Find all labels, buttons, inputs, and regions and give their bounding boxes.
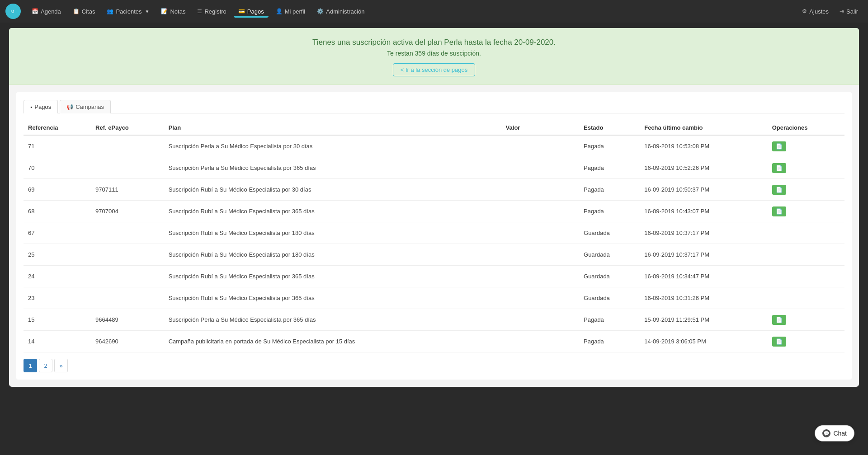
table-row: 15 9664489 Suscripción Perla a Su Médico…	[24, 309, 844, 331]
tabs: ▪ Pagos 📢 Campañas	[24, 99, 844, 113]
mi-perfil-icon: 👤	[276, 8, 283, 14]
cell-estado: Pagada	[579, 309, 640, 331]
download-button[interactable]: 📄	[772, 163, 786, 173]
cell-ref-epayco	[91, 244, 164, 266]
nav-citas[interactable]: 📋 Citas	[68, 5, 100, 18]
cell-fecha-cambio: 14-09-2019 3:06:05 PM	[640, 331, 767, 352]
page-2-button[interactable]: 2	[39, 359, 52, 372]
cell-fecha-cambio: 16-09-2019 10:50:37 PM	[640, 179, 767, 201]
cell-estado: Pagada	[579, 331, 640, 352]
cell-referencia: 69	[24, 179, 91, 201]
navbar: M 📅 Agenda 📋 Citas 👥 Pacientes ▼ 📝 Notas…	[0, 0, 868, 23]
chat-label: Chat	[833, 430, 847, 437]
tab-pagos[interactable]: ▪ Pagos	[24, 100, 58, 113]
cell-valor	[501, 179, 579, 201]
cell-ref-epayco: 9642690	[91, 331, 164, 352]
tab-campanas[interactable]: 📢 Campañas	[60, 100, 111, 113]
cell-fecha-cambio: 16-09-2019 10:37:17 PM	[640, 222, 767, 244]
col-valor: Valor	[501, 121, 579, 135]
go-to-payments-button[interactable]: < Ir a la sección de pagos	[393, 63, 476, 76]
cell-operaciones	[768, 244, 844, 266]
cell-referencia: 67	[24, 222, 91, 244]
cell-estado: Guardada	[579, 244, 640, 266]
nav-notas[interactable]: 📝 Notas	[156, 5, 190, 18]
table-row: 24 Suscripción Rubí a Su Médico Especial…	[24, 266, 844, 287]
download-button[interactable]: 📄	[772, 315, 786, 325]
nav-mi-perfil[interactable]: 👤 Mi perfil	[271, 5, 310, 18]
cell-ref-epayco	[91, 157, 164, 179]
cell-plan: Suscripción Rubí a Su Médico Especialist…	[164, 201, 501, 222]
agenda-icon: 📅	[32, 8, 38, 14]
table-area: ▪ Pagos 📢 Campañas Referencia Ref. ePayc…	[16, 92, 852, 380]
nav-pacientes[interactable]: 👥 Pacientes ▼	[102, 5, 154, 18]
cell-plan: Suscripción Rubí a Su Médico Especialist…	[164, 266, 501, 287]
cell-operaciones: 📄	[768, 179, 844, 201]
cell-plan: Suscripción Perla a Su Médico Especialis…	[164, 135, 501, 157]
cell-estado: Guardada	[579, 266, 640, 287]
table-row: 23 Suscripción Rubí a Su Médico Especial…	[24, 287, 844, 309]
cell-operaciones: 📄	[768, 309, 844, 331]
cell-referencia: 71	[24, 135, 91, 157]
cell-plan: Suscripción Perla a Su Médico Especialis…	[164, 309, 501, 331]
nav-registro[interactable]: ☰ Registro	[193, 5, 231, 18]
cell-estado: Pagada	[579, 135, 640, 157]
cell-plan: Campaña publicitaria en portada de Su Mé…	[164, 331, 501, 352]
download-button[interactable]: 📄	[772, 206, 786, 216]
nav-right: ⚙ Ajustes ⇥ Salir	[797, 5, 863, 18]
table-row: 68 9707004 Suscripción Rubí a Su Médico …	[24, 201, 844, 222]
cell-valor	[501, 331, 579, 352]
cell-valor	[501, 266, 579, 287]
chat-button[interactable]: 💬 Chat	[815, 425, 854, 441]
cell-fecha-cambio: 16-09-2019 10:37:17 PM	[640, 244, 767, 266]
col-ref-epayco: Ref. ePayco	[91, 121, 164, 135]
table-row: 70 Suscripción Perla a Su Médico Especia…	[24, 157, 844, 179]
cell-referencia: 23	[24, 287, 91, 309]
salir-icon: ⇥	[840, 8, 844, 14]
nav-pagos[interactable]: 💳 Pagos	[234, 5, 269, 18]
download-button[interactable]: 📄	[772, 337, 786, 347]
notas-icon: 📝	[161, 8, 168, 14]
nav-administracion[interactable]: ⚙️ Administración	[312, 5, 369, 18]
col-operaciones: Operaciones	[768, 121, 844, 135]
citas-icon: 📋	[73, 8, 80, 14]
payments-table: Referencia Ref. ePayco Plan Valor Estado…	[24, 121, 844, 352]
cell-estado: Guardada	[579, 222, 640, 244]
cell-fecha-cambio: 15-09-2019 11:29:51 PM	[640, 309, 767, 331]
cell-operaciones: 📄	[768, 135, 844, 157]
registro-icon: ☰	[197, 8, 202, 14]
nav-salir[interactable]: ⇥ Salir	[835, 5, 863, 18]
cell-fecha-cambio: 16-09-2019 10:31:26 PM	[640, 287, 767, 309]
cell-fecha-cambio: 16-09-2019 10:34:47 PM	[640, 266, 767, 287]
cell-referencia: 24	[24, 266, 91, 287]
main-content: Tienes una suscripción activa del plan P…	[9, 28, 859, 387]
table-row: 69 9707111 Suscripción Rubí a Su Médico …	[24, 179, 844, 201]
cell-operaciones	[768, 222, 844, 244]
table-row: 71 Suscripción Perla a Su Médico Especia…	[24, 135, 844, 157]
pacientes-icon: 👥	[107, 8, 113, 14]
banner-title: Tienes una suscripción activa del plan P…	[18, 38, 850, 47]
banner-subtitle: Te restan 359 días de suscipción.	[18, 50, 850, 57]
cell-valor	[501, 135, 579, 157]
col-estado: Estado	[579, 121, 640, 135]
download-button[interactable]: 📄	[772, 185, 786, 195]
dropdown-caret-icon: ▼	[145, 9, 150, 14]
nav-ajustes[interactable]: ⚙ Ajustes	[797, 5, 833, 18]
pagos-tab-icon: ▪	[30, 104, 32, 110]
pagination: 1 2 »	[24, 359, 844, 372]
cell-referencia: 68	[24, 201, 91, 222]
cell-operaciones	[768, 266, 844, 287]
page-next-button[interactable]: »	[54, 359, 68, 372]
page-1-button[interactable]: 1	[24, 359, 37, 372]
cell-estado: Pagada	[579, 157, 640, 179]
table-row: 14 9642690 Campaña publicitaria en porta…	[24, 331, 844, 352]
cell-operaciones: 📄	[768, 157, 844, 179]
download-button[interactable]: 📄	[772, 141, 786, 151]
pagos-icon: 💳	[238, 8, 245, 14]
cell-ref-epayco: 9707111	[91, 179, 164, 201]
cell-referencia: 70	[24, 157, 91, 179]
cell-valor	[501, 287, 579, 309]
cell-ref-epayco	[91, 135, 164, 157]
nav-agenda[interactable]: 📅 Agenda	[27, 5, 66, 18]
col-referencia: Referencia	[24, 121, 91, 135]
cell-estado: Guardada	[579, 287, 640, 309]
